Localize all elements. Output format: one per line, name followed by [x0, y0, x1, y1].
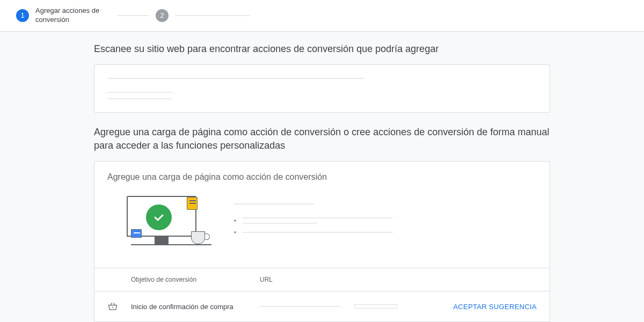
bullet-icon	[234, 219, 236, 222]
placeholder-text	[243, 232, 393, 233]
pageload-inner-heading: Agregue una carga de página como acción …	[94, 162, 550, 182]
cup-icon	[191, 231, 205, 244]
stepper: 1 Agregar acciones de conversión 2	[0, 0, 644, 32]
step-1[interactable]: 1 Agregar acciones de conversión	[16, 6, 111, 25]
bullet-icon	[234, 231, 236, 233]
col-goal-header: Objetivo de conversión	[131, 276, 260, 283]
step-2-number: 2	[156, 9, 169, 22]
svg-point-0	[113, 308, 113, 308]
monitor-illustration	[116, 193, 213, 252]
step-divider	[117, 15, 149, 16]
col-url-header: URL	[260, 276, 354, 283]
pageload-section-heading: Agregue una carga de página como acción …	[94, 126, 550, 152]
placeholder-text	[107, 92, 172, 93]
goal-label: Inicio de confirmación de compra	[131, 303, 260, 311]
step-2[interactable]: 2	[156, 9, 169, 22]
pageload-card: Agregue una carga de página como acción …	[94, 161, 550, 322]
note-icon	[131, 229, 142, 238]
step-divider	[175, 15, 250, 16]
check-circle-icon	[146, 204, 172, 230]
placeholder-text	[107, 98, 172, 99]
placeholder-text	[234, 203, 314, 204]
placeholder-text	[107, 78, 365, 79]
step-1-number: 1	[16, 9, 29, 22]
placeholder-text	[243, 217, 393, 218]
page-body: Escanee su sitio web para encontrar acci…	[0, 32, 644, 322]
scan-card	[94, 64, 550, 113]
table-header: Objetivo de conversión URL	[94, 268, 550, 291]
basket-icon	[107, 301, 118, 312]
document-icon	[187, 197, 197, 210]
step-1-label: Agregar acciones de conversión	[35, 6, 111, 25]
illustration-row	[94, 182, 550, 268]
url-placeholder	[260, 306, 340, 307]
table-row: Inicio de confirmación de compra ACEPTAR…	[94, 291, 550, 322]
placeholder-text	[243, 223, 318, 224]
accept-suggestion-button[interactable]: ACEPTAR SUGERENCIA	[429, 303, 537, 311]
category-select[interactable]	[354, 304, 397, 309]
illustration-text	[234, 203, 528, 241]
scan-section-heading: Escanee su sitio web para encontrar acci…	[94, 42, 550, 56]
